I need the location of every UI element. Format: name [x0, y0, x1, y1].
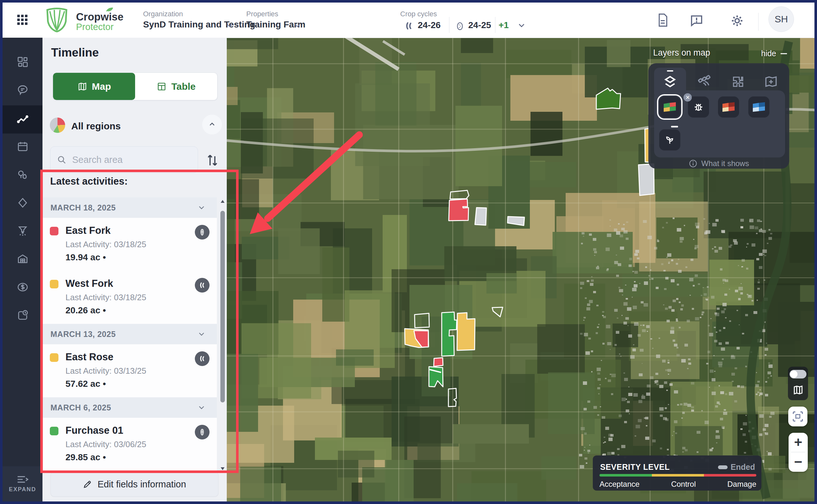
crop-cycle-2[interactable]: 24-25: [468, 20, 491, 30]
date-group-header[interactable]: MARCH 13, 2025: [42, 324, 217, 344]
field-color-swatch: [50, 227, 58, 235]
sidebar-item-timeline-icon[interactable]: [3, 105, 42, 134]
sidebar-item-fields-icon[interactable]: [3, 189, 42, 217]
date-group-header[interactable]: MARCH 18, 2025: [42, 197, 217, 218]
coffee-icon: [195, 351, 210, 366]
brand-name: Cropwise: [76, 11, 124, 23]
tab-satellite-icon[interactable]: [696, 73, 714, 91]
sidebar-item-financial-icon[interactable]: [3, 273, 42, 301]
field-color-swatch: [50, 427, 58, 435]
field-area: 57.62 ac •: [65, 379, 106, 389]
leaf-icon: [105, 7, 114, 12]
search-area: [50, 146, 198, 173]
sidebar-item-calendar-icon[interactable]: [3, 133, 42, 161]
avatar[interactable]: SH: [768, 6, 794, 32]
activity-item[interactable]: East RoseLast Activity: 03/13/2557.62 ac…: [42, 344, 217, 397]
legend-label-damage: Damage: [727, 480, 756, 489]
map-icon: [77, 81, 88, 92]
organization-value[interactable]: SynD Training and Testing: [143, 19, 255, 30]
date-group-header[interactable]: MARCH 6, 2025: [42, 397, 217, 418]
tab-layers-icon[interactable]: [661, 73, 679, 91]
zoom-out-button[interactable]: −: [789, 452, 808, 471]
layers-on-map-title: Layers on map: [653, 48, 710, 58]
hide-layers-button[interactable]: hide: [761, 49, 788, 58]
scroll-down-arrow[interactable]: [221, 467, 225, 470]
crop-cycle-1[interactable]: 24-26: [418, 20, 441, 30]
sidebar-item-scouting-icon[interactable]: [3, 161, 42, 189]
labels-toggle[interactable]: [790, 370, 806, 378]
tab-add-map-icon[interactable]: [762, 73, 780, 91]
activities-list[interactable]: MARCH 18, 2025East ForkLast Activity: 03…: [42, 197, 217, 473]
control-segment: [652, 474, 704, 477]
chevron-down-icon[interactable]: [517, 21, 526, 29]
coffee-icon: [195, 278, 210, 293]
group-date: MARCH 6, 2025: [50, 403, 111, 412]
layer-severity-tile[interactable]: ✕: [659, 96, 680, 118]
map-view-label: Map: [92, 81, 111, 92]
sidebar-item-warehouse-icon[interactable]: [3, 245, 42, 273]
layer-damage-tile[interactable]: [718, 96, 739, 118]
latest-activities-title: Latest activities:: [50, 176, 128, 187]
layer-crops-tile[interactable]: [659, 129, 680, 150]
field-name: Furchase 01: [65, 425, 123, 436]
edit-fields-label: Edit fields information: [97, 479, 186, 490]
fit-map-button[interactable]: [788, 407, 807, 426]
group-date: MARCH 13, 2025: [50, 330, 116, 339]
what-it-shows-button[interactable]: What it shows: [648, 159, 789, 168]
layer-options: ✕: [654, 90, 785, 157]
crop-cycles-more[interactable]: +1: [499, 20, 509, 30]
sidebar-expand-button[interactable]: EXPAND: [3, 466, 42, 501]
tab-integrations-icon[interactable]: [729, 73, 747, 91]
map-view-button[interactable]: Map: [53, 73, 135, 100]
zoom-control: + −: [789, 433, 808, 472]
ended-label: Ended: [731, 462, 755, 472]
layers-panel: ✕ What it shows: [648, 63, 789, 169]
scrollbar-thumb[interactable]: [220, 211, 225, 402]
layer-moisture-tile[interactable]: [748, 96, 769, 118]
collapse-regions-button[interactable]: [202, 115, 222, 134]
table-view-button[interactable]: Table: [135, 73, 217, 100]
chevron-down-icon[interactable]: [225, 21, 234, 29]
sidebar-item-notes-icon[interactable]: [3, 76, 42, 104]
apps-grid-icon[interactable]: [17, 15, 27, 25]
chevron-down-icon: [197, 330, 206, 339]
hide-label: hide: [761, 49, 776, 58]
field-color-swatch: [50, 353, 58, 362]
corn-icon: [195, 225, 210, 240]
last-activity: Last Activity: 03/13/25: [65, 366, 146, 376]
gear-icon[interactable]: [730, 14, 744, 28]
last-activity: Last Activity: 03/18/25: [65, 240, 146, 249]
sidebar-item-dashboard-icon[interactable]: [3, 48, 42, 76]
sidebar-item-reports-icon[interactable]: [3, 301, 42, 329]
edit-fields-button[interactable]: Edit fields information: [50, 472, 218, 497]
activity-item[interactable]: West ForkLast Activity: 03/18/2520.26 ac…: [42, 271, 217, 324]
legend-title: SEVERITY LEVEL: [600, 462, 670, 472]
field-area: 20.26 ac •: [65, 305, 106, 316]
sort-icon[interactable]: [206, 152, 219, 168]
activity-item[interactable]: Furchase 01Last Activity: 03/06/2529.85 …: [42, 418, 217, 471]
divider: [758, 13, 759, 31]
feedback-icon[interactable]: [690, 14, 703, 27]
view-toggle: Map Table: [53, 73, 218, 100]
legend-label-acceptance: Acceptance: [599, 480, 639, 489]
page-title: Timeline: [51, 46, 99, 59]
severity-legend: SEVERITY LEVEL Ended Acceptance Control …: [593, 455, 761, 491]
crop-cycles-label: Crop cycles: [400, 10, 437, 18]
remove-layer-icon[interactable]: ✕: [683, 93, 692, 102]
timeline-panel: Timeline Map Table All regions Latest ac…: [42, 38, 227, 501]
basemap-icon[interactable]: [792, 384, 804, 396]
divider: [495, 17, 495, 33]
search-icon: [57, 154, 66, 165]
potato-icon: [456, 22, 464, 31]
sidebar-item-trap-icon[interactable]: [3, 217, 42, 245]
coffee-bean-icon: [404, 21, 413, 31]
damage-segment: [704, 474, 756, 477]
scroll-up-arrow[interactable]: [221, 200, 225, 203]
scrollbar[interactable]: [220, 197, 225, 473]
activity-item[interactable]: East ForkLast Activity: 03/18/2519.94 ac…: [42, 218, 217, 271]
chevron-down-icon[interactable]: [293, 21, 302, 29]
document-icon[interactable]: [657, 13, 669, 27]
zoom-in-button[interactable]: +: [789, 433, 808, 452]
expand-label: EXPAND: [9, 486, 36, 493]
search-input[interactable]: [72, 154, 191, 165]
